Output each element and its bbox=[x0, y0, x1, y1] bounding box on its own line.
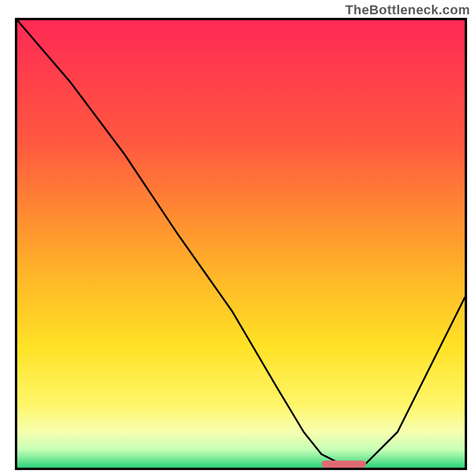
gradient-background bbox=[17, 20, 465, 468]
chart-svg bbox=[17, 20, 465, 468]
watermark-text: TheBottleneck.com bbox=[345, 2, 470, 18]
plot-area bbox=[15, 18, 467, 470]
optimal-marker bbox=[321, 461, 366, 468]
